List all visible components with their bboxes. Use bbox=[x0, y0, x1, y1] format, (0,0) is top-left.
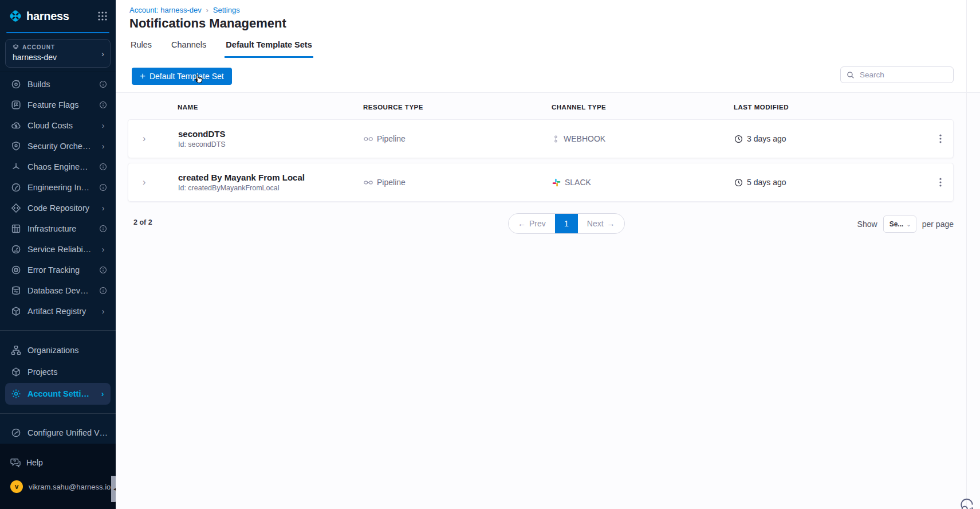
account-name: harness-dev bbox=[13, 53, 104, 62]
pipeline-icon bbox=[364, 179, 373, 186]
sidebar-item-organizations[interactable]: Organizations bbox=[0, 339, 116, 361]
sidebar-item-security-orchestration[interactable]: Security Orchestrat... › bbox=[0, 136, 116, 156]
row-menu-button[interactable] bbox=[933, 175, 948, 190]
table-header-row: NAME RESOURCE TYPE CHANNEL TYPE LAST MOD… bbox=[128, 100, 954, 115]
chevron-right-icon: › bbox=[99, 203, 108, 213]
info-icon[interactable] bbox=[99, 265, 108, 275]
tab-rules[interactable]: Rules bbox=[129, 34, 153, 58]
infrastructure-icon bbox=[10, 224, 21, 234]
page-title: Notifications Management bbox=[129, 16, 286, 31]
projects-icon bbox=[10, 367, 21, 378]
engineering-insights-icon bbox=[10, 182, 21, 193]
expand-chevron-icon[interactable]: › bbox=[128, 134, 178, 144]
sidebar-item-builds[interactable]: Builds bbox=[0, 74, 116, 95]
page-1-button[interactable]: 1 bbox=[555, 214, 578, 233]
table-row[interactable]: › secondDTS Id: secondDTS Pipeline WEBHO… bbox=[128, 119, 954, 158]
help-chat-icon bbox=[10, 457, 21, 468]
info-icon[interactable] bbox=[99, 80, 108, 89]
sidebar: harness ACCOUNT harness-dev › bbox=[0, 0, 116, 509]
next-page-button[interactable]: Next → bbox=[578, 214, 624, 233]
sidebar-item-infrastructure[interactable]: Infrastructure bbox=[0, 218, 116, 239]
sidebar-item-engineering-insights[interactable]: Engineering Insights bbox=[0, 177, 116, 198]
sidebar-item-code-repository[interactable]: Code Repository › bbox=[0, 198, 116, 218]
column-header-last-modified: LAST MODIFIED bbox=[734, 104, 932, 111]
webhook-icon bbox=[552, 135, 560, 143]
code-repository-icon bbox=[10, 203, 21, 214]
chevron-right-icon: › bbox=[99, 121, 108, 130]
info-icon[interactable] bbox=[99, 183, 108, 192]
sidebar-item-projects[interactable]: Projects bbox=[0, 361, 116, 383]
app-root: harness ACCOUNT harness-dev › bbox=[0, 0, 980, 509]
account-selector[interactable]: ACCOUNT harness-dev › bbox=[5, 39, 111, 68]
channel-type-cell: WEBHOOK bbox=[552, 134, 734, 143]
pager: ← Prev 1 Next → bbox=[508, 213, 625, 234]
sidebar-item-cloud-costs[interactable]: Cloud Costs › bbox=[0, 115, 116, 136]
breadcrumb-settings-link[interactable]: Settings bbox=[213, 6, 240, 14]
breadcrumb: Account: harness-dev › Settings bbox=[129, 6, 240, 14]
sidebar-secondary-nav: Organizations Projects Account Settings … bbox=[0, 339, 116, 405]
content-right-divider bbox=[966, 0, 967, 509]
info-icon[interactable] bbox=[99, 286, 108, 295]
sidebar-logo-row: harness bbox=[0, 0, 116, 32]
last-modified-cell: 5 days ago bbox=[734, 178, 933, 187]
template-set-id: Id: createdByMayankFromLocal bbox=[178, 184, 364, 192]
organizations-icon bbox=[10, 345, 21, 356]
sidebar-item-chaos-engineering[interactable]: Chaos Engineering bbox=[0, 156, 116, 177]
sidebar-item-artifact-registry[interactable]: Artifact Registry › bbox=[0, 301, 116, 322]
support-chat-icon[interactable] bbox=[958, 496, 975, 509]
logo-accent-bar bbox=[6, 32, 109, 33]
column-header-resource-type: RESOURCE TYPE bbox=[363, 104, 552, 111]
sidebar-modules-nav: Builds Feature Flags Cloud Costs bbox=[0, 72, 116, 322]
resource-type-cell: Pipeline bbox=[364, 134, 552, 143]
arrow-left-icon: ← bbox=[518, 219, 526, 228]
new-default-template-set-button[interactable]: + Default Template Set bbox=[132, 68, 232, 85]
clock-icon bbox=[734, 135, 743, 143]
column-header-channel-type: CHANNEL TYPE bbox=[552, 104, 734, 111]
sidebar-item-feature-flags[interactable]: Feature Flags bbox=[0, 95, 116, 115]
cloud-costs-icon bbox=[10, 120, 21, 131]
chevron-down-icon: ⌄ bbox=[906, 221, 911, 228]
search-input[interactable] bbox=[859, 70, 947, 80]
security-shield-icon bbox=[10, 141, 21, 152]
clock-icon bbox=[734, 178, 743, 187]
sidebar-item-service-reliability[interactable]: Service Reliability › bbox=[0, 239, 116, 260]
template-sets-list: NAME RESOURCE TYPE CHANNEL TYPE LAST MOD… bbox=[116, 93, 980, 509]
info-icon[interactable] bbox=[99, 100, 108, 109]
breadcrumb-account-link[interactable]: Account: harness-dev bbox=[129, 6, 202, 14]
template-set-name: secondDTS bbox=[178, 129, 364, 139]
chevron-right-icon: › bbox=[98, 389, 107, 398]
module-picker-icon[interactable] bbox=[97, 11, 108, 21]
page-size-control: Show Se... ⌄ per page bbox=[857, 216, 954, 233]
page-header: Account: harness-dev › Settings Notifica… bbox=[116, 0, 980, 58]
sidebar-item-error-tracking[interactable]: Error Tracking bbox=[0, 260, 116, 280]
chevron-right-icon: › bbox=[101, 49, 104, 58]
show-label: Show bbox=[857, 220, 877, 229]
row-menu-button[interactable] bbox=[933, 131, 948, 146]
sidebar-item-database-devops[interactable]: Database DevOps bbox=[0, 280, 116, 301]
info-icon[interactable] bbox=[99, 224, 108, 233]
tab-channels[interactable]: Channels bbox=[170, 34, 207, 58]
settings-gear-icon bbox=[10, 389, 21, 400]
user-profile[interactable]: v vikram.sahu@harness.io bbox=[0, 478, 116, 495]
builds-icon bbox=[10, 79, 21, 90]
account-label: ACCOUNT bbox=[22, 44, 55, 50]
help-button[interactable]: Help bbox=[0, 454, 116, 471]
pipeline-icon bbox=[364, 136, 373, 142]
sidebar-item-account-settings[interactable]: Account Settings › bbox=[5, 383, 111, 405]
search-box bbox=[840, 66, 954, 83]
tab-default-template-sets[interactable]: Default Template Sets bbox=[225, 34, 313, 58]
info-icon[interactable] bbox=[99, 162, 108, 171]
chevron-right-icon: › bbox=[99, 142, 108, 151]
configure-icon bbox=[10, 428, 21, 438]
result-count: 2 of 2 bbox=[133, 218, 152, 226]
artifact-registry-icon bbox=[10, 306, 21, 317]
breadcrumb-separator-icon: › bbox=[206, 6, 208, 14]
sidebar-divider bbox=[0, 413, 116, 414]
table-row[interactable]: › created By Mayank From Local Id: creat… bbox=[128, 163, 954, 202]
sidebar-item-configure-unified-view[interactable]: Configure Unified View bbox=[0, 422, 116, 443]
prev-page-button[interactable]: ← Prev bbox=[509, 214, 555, 233]
sidebar-divider bbox=[0, 330, 116, 331]
feature-flags-icon bbox=[10, 100, 21, 111]
page-size-select[interactable]: Se... ⌄ bbox=[883, 216, 916, 233]
expand-chevron-icon[interactable]: › bbox=[128, 177, 178, 187]
